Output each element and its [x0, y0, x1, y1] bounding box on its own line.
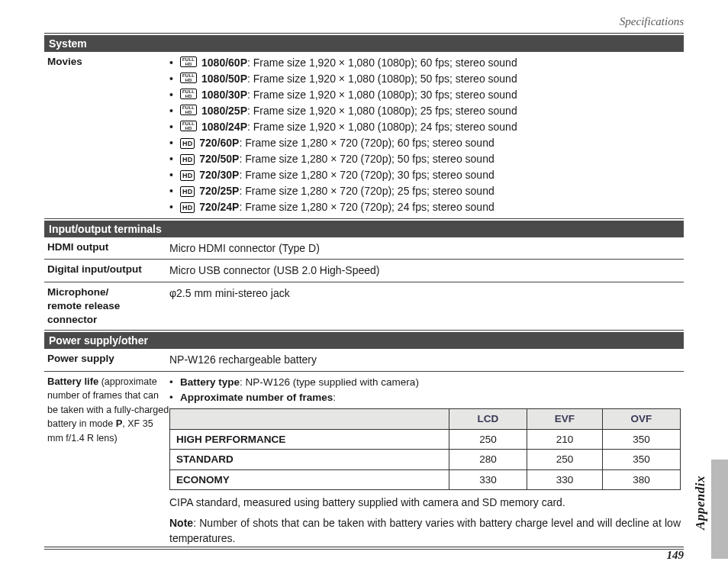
label-battery-life-main: Battery life: [47, 376, 98, 387]
full-hd-icon: [180, 121, 197, 131]
battery-th-ovf: OVF: [602, 409, 680, 430]
movie-name: 1080/25P: [198, 105, 247, 117]
row-mic: Microphone/ remote release connector φ2.…: [44, 282, 684, 331]
battery-note-bold: Note: [169, 517, 193, 529]
section-bar-system: System: [44, 35, 684, 52]
movie-item: 1080/60P: Frame size 1,920 × 1,080 (1080…: [169, 55, 681, 71]
cell-lcd: 330: [449, 469, 527, 490]
cell-lcd: 280: [449, 450, 527, 470]
movie-desc: : Frame size 1,920 × 1,080 (1080p); 50 f…: [247, 73, 517, 85]
full-hd-icon: [180, 89, 197, 99]
movie-name: 720/30P: [196, 169, 239, 181]
full-hd-icon: [180, 56, 197, 67]
row-mode: STANDARD: [170, 450, 449, 470]
section-bar-power: Power supply/other: [44, 332, 684, 349]
value-digital-io: Micro USB connector (USB 2.0 High-Speed): [169, 263, 681, 278]
table-row: HIGH PERFORMANCE250210350: [170, 429, 681, 450]
battery-type-bold: Battery type: [180, 376, 240, 388]
cell-ovf: 380: [602, 469, 680, 490]
movie-item: 1080/30P: Frame size 1,920 × 1,080 (1080…: [169, 87, 681, 103]
value-power-supply: NP-W126 rechargeable battery: [169, 352, 681, 367]
battery-note: Note: Number of shots that can be taken …: [169, 515, 681, 547]
movie-name: 1080/24P: [198, 121, 247, 133]
table-row: ECONOMY330330380: [170, 469, 681, 490]
value-hdmi: Micro HDMI connector (Type D): [169, 240, 681, 256]
movie-item: 1080/24P: Frame size 1,920 × 1,080 (1080…: [169, 119, 681, 135]
movie-desc: : Frame size 1,920 × 1,080 (1080p); 25 f…: [247, 105, 517, 117]
row-mode: HIGH PERFORMANCE: [170, 429, 449, 450]
header-section-label: Specifications: [44, 15, 684, 33]
label-mic: Microphone/ remote release connector: [47, 286, 169, 327]
movie-item: 1080/50P: Frame size 1,920 × 1,080 (1080…: [169, 71, 681, 87]
row-battery-life: Battery life (approximate number of fram…: [44, 372, 684, 550]
movie-desc: : Frame size 1,280 × 720 (720p); 25 fps;…: [239, 185, 494, 197]
movie-item: 720/50P: Frame size 1,280 × 720 (720p); …: [169, 151, 681, 167]
battery-type-rest: : NP-W126 (type supplied with camera): [240, 376, 419, 388]
full-hd-icon: [180, 73, 197, 83]
movie-name: 1080/60P: [198, 56, 247, 69]
movie-name: 1080/30P: [198, 89, 247, 101]
label-power-supply: Power supply: [47, 352, 169, 366]
cell-lcd: 250: [449, 429, 527, 450]
movie-desc: : Frame size 1,280 × 720 (720p); 30 fps;…: [239, 169, 494, 181]
movie-desc: : Frame size 1,920 × 1,080 (1080p); 60 f…: [247, 56, 517, 69]
label-battery-life: Battery life (approximate number of fram…: [47, 375, 169, 446]
label-hdmi: HDMI output: [47, 240, 169, 254]
cell-ovf: 350: [602, 429, 680, 450]
movie-desc: : Frame size 1,920 × 1,080 (1080p); 30 f…: [247, 89, 517, 101]
manual-page: Specifications System Movies 1080/60P: F…: [44, 15, 684, 550]
label-movies: Movies: [47, 55, 169, 69]
movie-desc: : Frame size 1,280 × 720 (720p); 50 fps;…: [239, 153, 494, 165]
movie-item: 720/25P: Frame size 1,280 × 720 (720p); …: [169, 183, 681, 199]
hd-icon: [180, 186, 195, 197]
movie-item: 720/24P: Frame size 1,280 × 720 (720p); …: [169, 199, 681, 215]
movie-name: 720/25P: [196, 185, 239, 197]
movie-desc: : Frame size 1,280 × 720 (720p); 24 fps;…: [239, 201, 494, 213]
movie-desc: : Frame size 1,920 × 1,080 (1080p); 24 f…: [247, 121, 517, 133]
row-digital-io: Digital input/output Micro USB connector…: [44, 260, 684, 282]
movies-list: 1080/60P: Frame size 1,920 × 1,080 (1080…: [169, 55, 681, 215]
row-mode: ECONOMY: [170, 469, 449, 490]
hd-icon: [180, 154, 195, 165]
hd-icon: [180, 202, 195, 213]
cell-evf: 250: [527, 450, 603, 470]
approx-frames-rest: :: [333, 392, 336, 403]
cell-evf: 210: [527, 429, 603, 450]
table-row: STANDARD280250350: [170, 450, 681, 470]
label-digital-io: Digital input/output: [47, 263, 169, 276]
value-mic: φ2.5 mm mini-stereo jack: [169, 286, 681, 301]
battery-note-rest: : Number of shots that can be taken with…: [169, 517, 681, 544]
battery-table: LCD EVF OVF HIGH PERFORMANCE250210350STA…: [169, 408, 681, 490]
page-number: 149: [44, 547, 684, 562]
cell-evf: 330: [527, 469, 603, 490]
approx-frames-line: Approximate number of frames:: [169, 390, 681, 405]
hd-icon: [180, 170, 195, 181]
side-tab: [711, 460, 728, 559]
battery-type-line: Battery type: NP-W126 (type supplied wit…: [169, 375, 681, 390]
row-power-supply: Power supply NP-W126 rechargeable batter…: [44, 349, 684, 371]
battery-th-empty: [170, 409, 449, 430]
full-hd-icon: [180, 105, 197, 115]
cipa-note: CIPA standard, measured using battery su…: [169, 495, 681, 510]
content-movies: 1080/60P: Frame size 1,920 × 1,080 (1080…: [169, 55, 681, 215]
battery-table-header-row: LCD EVF OVF: [170, 409, 681, 430]
movie-item: 720/30P: Frame size 1,280 × 720 (720p); …: [169, 167, 681, 183]
label-mic-main: Microphone/: [47, 286, 108, 298]
movie-desc: : Frame size 1,280 × 720 (720p); 60 fps;…: [239, 137, 494, 149]
label-mic-sub: remote release connector: [47, 300, 120, 325]
cell-ovf: 350: [602, 450, 680, 470]
side-appendix-label: Appendix: [693, 476, 708, 530]
header-rule: [44, 33, 684, 34]
battery-th-lcd: LCD: [449, 409, 527, 430]
row-hdmi: HDMI output Micro HDMI connector (Type D…: [44, 237, 684, 260]
movie-item: 1080/25P: Frame size 1,920 × 1,080 (1080…: [169, 103, 681, 119]
section-bar-io: Input/output terminals: [44, 221, 684, 237]
movie-name: 720/24P: [196, 201, 239, 213]
content-battery-life: Battery type: NP-W126 (type supplied wit…: [169, 375, 681, 547]
mode-p-icon: P: [116, 417, 123, 431]
row-movies: Movies 1080/60P: Frame size 1,920 × 1,08…: [44, 52, 684, 219]
approx-frames-bold: Approximate number of frames: [180, 392, 333, 403]
movie-name: 720/50P: [196, 153, 239, 165]
movie-name: 1080/50P: [198, 73, 247, 85]
movie-name: 720/60P: [196, 137, 239, 149]
